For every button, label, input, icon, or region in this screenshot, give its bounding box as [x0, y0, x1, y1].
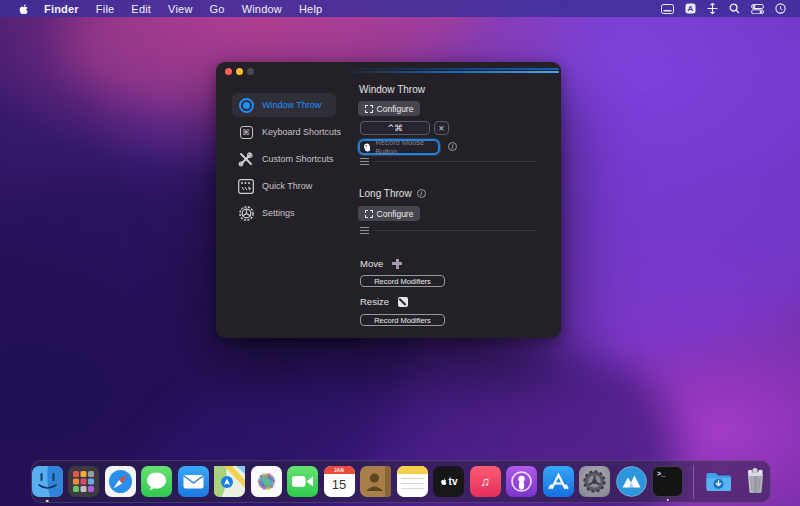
long-throw-configure-button[interactable]: Configure [358, 206, 420, 221]
dock-icon-facetime[interactable] [287, 466, 318, 497]
dock-icon-safari[interactable] [105, 466, 136, 497]
titlebar-accent-streak [343, 68, 559, 74]
notes-header [397, 466, 428, 474]
record-mouse-button-field[interactable]: Record Mouse Button [358, 139, 440, 155]
clock-icon[interactable] [775, 3, 786, 14]
apple-menu-icon[interactable] [18, 3, 30, 15]
menu-item-help[interactable]: Help [299, 3, 322, 15]
dock-icon-podcasts[interactable] [506, 466, 537, 497]
control-center-icon[interactable] [751, 4, 764, 14]
long-throw-info-icon[interactable]: i [417, 189, 426, 198]
dock: JAN 15 tv ♫ >_ [31, 460, 771, 503]
resize-icon [398, 297, 408, 307]
calendar-month: JAN [324, 466, 355, 474]
drag-handle-icon[interactable] [360, 227, 369, 234]
quick-throw-icon [237, 177, 255, 195]
window-throw-configure-button[interactable]: Configure [358, 101, 420, 116]
menu-item-edit[interactable]: Edit [131, 3, 151, 15]
menu-item-view[interactable]: View [168, 3, 192, 15]
selection-grid-icon [365, 105, 373, 113]
dock-icon-launchpad[interactable] [68, 466, 99, 497]
spotlight-icon[interactable] [729, 3, 740, 14]
dock-icon-system-preferences[interactable] [579, 466, 610, 497]
divider [375, 230, 535, 231]
dock-icon-window-throw-app[interactable] [616, 466, 647, 497]
keyboard-shortcuts-icon: ⌘ [237, 123, 255, 141]
dock-icon-downloads[interactable] [703, 466, 734, 497]
calendar-day: 15 [324, 474, 355, 495]
menu-item-finder[interactable]: Finder [44, 3, 79, 15]
music-note-icon: ♫ [480, 474, 490, 489]
resize-label: Resize [360, 296, 408, 307]
minimize-button[interactable] [236, 68, 243, 75]
long-throw-list-row [360, 227, 535, 234]
tools-icon [237, 150, 255, 168]
sidebar: Window Throw ⌘ Keyboard Shortcuts Custom… [232, 93, 336, 225]
tv-label: tv [449, 476, 458, 487]
running-indicator [46, 500, 49, 503]
window-throw-app-window: Window Throw ⌘ Keyboard Shortcuts Custom… [216, 62, 561, 338]
terminal-prompt: >_ [657, 470, 665, 478]
dock-icon-app-store[interactable] [543, 466, 574, 497]
dock-icon-calendar[interactable]: JAN 15 [324, 466, 355, 497]
selection-grid-icon [365, 210, 373, 218]
move-icon [392, 259, 402, 269]
crosshair-icon[interactable] [707, 3, 718, 14]
move-record-modifiers-button[interactable]: Record Modifiers [360, 275, 445, 287]
sidebar-item-keyboard-shortcuts[interactable]: ⌘ Keyboard Shortcuts [232, 120, 336, 144]
menu-item-go[interactable]: Go [210, 3, 225, 15]
window-throw-section-title: Window Throw [359, 84, 425, 95]
clear-shortcut-button[interactable]: ✕ [434, 121, 449, 135]
window-throw-shortcut-field[interactable]: ^⌘ [360, 121, 430, 135]
dock-icon-contacts[interactable] [360, 466, 391, 497]
sidebar-item-window-throw[interactable]: Window Throw [232, 93, 336, 117]
dock-icon-terminal[interactable]: >_ [652, 466, 683, 497]
close-button[interactable] [225, 68, 232, 75]
window-throw-list-row [360, 158, 535, 165]
record-mouse-info-icon[interactable]: i [448, 142, 457, 151]
long-throw-section-title: Long Throw i [359, 188, 426, 199]
resize-record-modifiers-button[interactable]: Record Modifiers [360, 314, 445, 326]
running-indicator [666, 499, 669, 502]
sidebar-item-custom-shortcuts[interactable]: Custom Shortcuts [232, 147, 336, 171]
dock-icon-messages[interactable] [141, 466, 172, 497]
move-label: Move [360, 258, 402, 269]
input-source-icon[interactable]: A [685, 3, 696, 14]
sidebar-item-settings[interactable]: Settings [232, 201, 336, 225]
drag-handle-icon[interactable] [360, 158, 369, 165]
window-controls [225, 68, 254, 75]
dock-icon-mail[interactable] [178, 466, 209, 497]
menu-item-window[interactable]: Window [242, 3, 282, 15]
dock-icon-music[interactable]: ♫ [470, 466, 501, 497]
gear-icon [237, 204, 255, 222]
window-throw-icon [237, 96, 255, 114]
dock-icon-finder[interactable] [32, 466, 63, 497]
menu-item-file[interactable]: File [96, 3, 115, 15]
display-icon[interactable] [661, 4, 674, 14]
zoom-button[interactable] [247, 68, 254, 75]
dock-icon-maps[interactable] [214, 466, 245, 497]
dock-icon-photos[interactable] [251, 466, 282, 497]
mouse-icon [364, 142, 370, 153]
menu-bar: Finder File Edit View Go Window Help A [0, 0, 800, 17]
dock-icon-tv[interactable]: tv [433, 466, 464, 497]
divider [375, 161, 535, 162]
svg-text:A: A [688, 4, 694, 13]
sidebar-item-quick-throw[interactable]: Quick Throw [232, 174, 336, 198]
dock-separator [693, 465, 694, 499]
dock-icon-notes[interactable] [397, 466, 428, 497]
dock-icon-trash[interactable] [740, 466, 771, 497]
